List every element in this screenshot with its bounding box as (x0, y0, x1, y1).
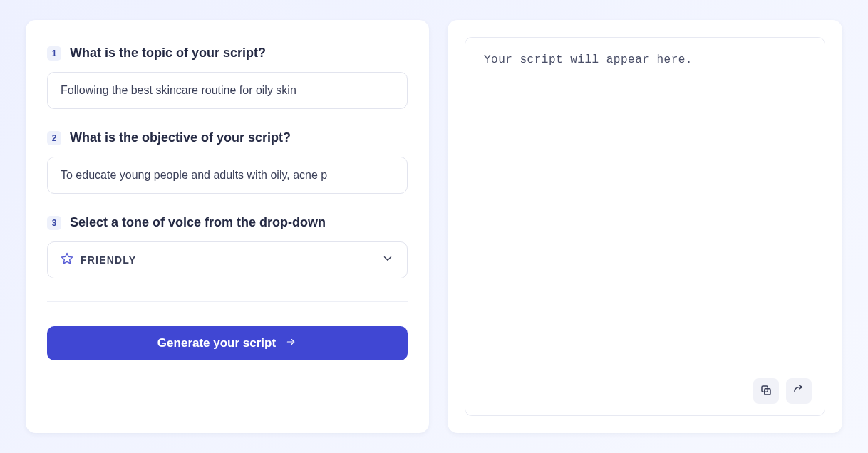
tone-select[interactable]: FRIENDLY (47, 241, 408, 278)
field-label: 2 What is the objective of your script? (47, 130, 408, 145)
field-tone: 3 Select a tone of voice from the drop-d… (47, 215, 408, 278)
field-topic: 1 What is the topic of your script? (47, 46, 408, 109)
output-placeholder: Your script will appear here. (484, 53, 806, 66)
objective-input[interactable] (47, 157, 408, 194)
select-value-wrap: FRIENDLY (61, 252, 136, 268)
share-arrow-icon (792, 384, 805, 399)
copy-icon (760, 384, 773, 399)
generate-button-label: Generate your script (157, 336, 276, 350)
arrow-right-icon (284, 336, 297, 350)
output-panel: Your script will appear here. (448, 20, 842, 433)
tone-selected-value: FRIENDLY (81, 254, 136, 266)
objective-label: What is the objective of your script? (70, 130, 291, 145)
share-button[interactable] (786, 378, 812, 404)
topic-label: What is the topic of your script? (70, 46, 266, 61)
tone-label: Select a tone of voice from the drop-dow… (70, 215, 326, 230)
divider (47, 301, 408, 302)
generate-button[interactable]: Generate your script (47, 326, 408, 360)
field-label: 3 Select a tone of voice from the drop-d… (47, 215, 408, 230)
svg-marker-0 (62, 254, 73, 264)
star-icon (61, 252, 73, 268)
topic-input[interactable] (47, 72, 408, 109)
output-actions (753, 378, 812, 404)
step-badge: 1 (47, 46, 61, 61)
output-box: Your script will appear here. (465, 37, 825, 416)
step-badge: 3 (47, 216, 61, 230)
form-panel: 1 What is the topic of your script? 2 Wh… (26, 20, 429, 433)
copy-button[interactable] (753, 378, 779, 404)
field-objective: 2 What is the objective of your script? (47, 130, 408, 194)
step-badge: 2 (47, 131, 61, 145)
chevron-down-icon (381, 252, 394, 268)
field-label: 1 What is the topic of your script? (47, 46, 408, 61)
